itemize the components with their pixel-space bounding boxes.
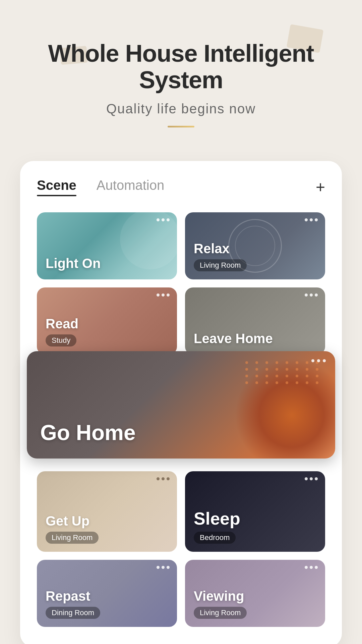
card-relax[interactable]: Relax Living Room: [185, 212, 325, 279]
tabs: Scene Automation +: [37, 178, 325, 196]
dot: [162, 477, 165, 480]
dot: [310, 293, 313, 297]
viewing-label: Viewing Living Room: [194, 588, 247, 619]
dot: [167, 477, 170, 480]
relax-label: Relax Living Room: [194, 240, 247, 271]
relax-subtitle: Living Room: [194, 259, 247, 271]
add-button[interactable]: +: [316, 179, 325, 195]
card-leave[interactable]: Leave Home: [185, 287, 325, 355]
go-home-title: Go Home: [40, 420, 135, 445]
dot: [310, 218, 313, 221]
viewing-title: Viewing: [194, 588, 247, 604]
accent-line: [168, 126, 194, 127]
row-1: Light On Relax Living Room: [37, 212, 325, 279]
dot: [311, 359, 314, 362]
read-title: Read: [46, 316, 78, 332]
repast-label: Repast Dining Room: [46, 588, 100, 619]
row-3: Get Up Living Room Sleep Bedroom: [37, 471, 325, 552]
dot: [305, 477, 308, 480]
subtitle: Quality life begins now: [20, 101, 342, 116]
go-home-wrapper: Go Home: [27, 351, 335, 459]
tab-scene[interactable]: Scene: [37, 178, 76, 196]
card-container: Scene Automation + Light On: [20, 161, 342, 644]
dot: [310, 477, 313, 480]
card-light-on[interactable]: Light On: [37, 212, 177, 279]
dot: [157, 293, 160, 297]
dot: [157, 477, 160, 480]
dot: [305, 566, 308, 569]
leave-title: Leave Home: [194, 330, 273, 346]
dot: [167, 218, 170, 221]
card-go-home[interactable]: Go Home: [27, 351, 335, 459]
dot: [310, 566, 313, 569]
card-sleep[interactable]: Sleep Bedroom: [185, 471, 325, 552]
light-on-title: Light On: [46, 255, 101, 271]
repast-title: Repast: [46, 588, 100, 604]
main-title: Whole House Intelligent System: [20, 40, 342, 93]
sleep-label: Sleep Bedroom: [194, 508, 240, 544]
dot: [167, 566, 170, 569]
dot: [315, 218, 318, 221]
dot: [162, 218, 165, 221]
dot: [317, 359, 320, 362]
relax-dots[interactable]: [305, 218, 318, 221]
card-read[interactable]: Read Study: [37, 287, 177, 355]
card-repast[interactable]: Repast Dining Room: [37, 560, 177, 627]
dot: [315, 566, 318, 569]
get-up-label: Get Up Living Room: [46, 513, 99, 544]
row-2: Read Study Leave Home: [37, 287, 325, 355]
get-up-title: Get Up: [46, 513, 99, 529]
relax-title: Relax: [194, 240, 247, 257]
go-home-menu-dots[interactable]: [311, 359, 326, 362]
leave-label: Leave Home: [194, 330, 273, 346]
dot: [162, 566, 165, 569]
repast-subtitle: Dining Room: [46, 607, 100, 619]
read-dots[interactable]: [157, 293, 170, 297]
dot: [315, 293, 318, 297]
card-get-up[interactable]: Get Up Living Room: [37, 471, 177, 552]
get-up-subtitle: Living Room: [46, 532, 99, 544]
dot: [167, 293, 170, 297]
sleep-subtitle: Bedroom: [194, 532, 236, 544]
viewing-subtitle: Living Room: [194, 607, 247, 619]
dot: [323, 359, 326, 362]
dots-pattern: [245, 361, 322, 384]
get-up-dots[interactable]: [157, 477, 170, 480]
header: Whole House Intelligent System Quality l…: [0, 0, 362, 148]
sleep-title: Sleep: [194, 508, 240, 529]
read-label: Read Study: [46, 316, 78, 346]
read-subtitle: Study: [46, 334, 76, 346]
tab-automation[interactable]: Automation: [97, 178, 164, 196]
dot: [157, 218, 160, 221]
dot: [315, 477, 318, 480]
sleep-dots[interactable]: [305, 477, 318, 480]
dot: [305, 293, 308, 297]
dot: [305, 218, 308, 221]
light-on-dots[interactable]: [157, 218, 170, 221]
repast-dots[interactable]: [157, 566, 170, 569]
dot: [157, 566, 160, 569]
card-viewing[interactable]: Viewing Living Room: [185, 560, 325, 627]
row-4: Repast Dining Room Viewing Living Room: [37, 560, 325, 627]
leave-dots[interactable]: [305, 293, 318, 297]
viewing-dots[interactable]: [305, 566, 318, 569]
dot: [162, 293, 165, 297]
light-on-label: Light On: [46, 255, 101, 271]
